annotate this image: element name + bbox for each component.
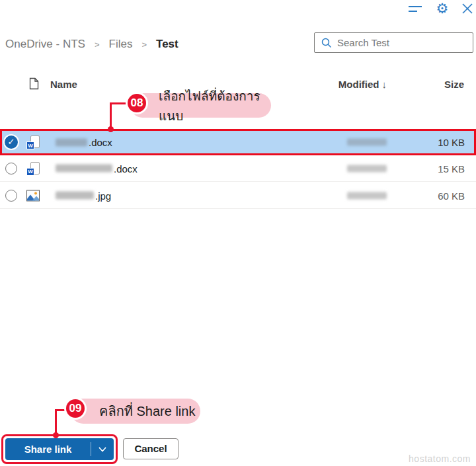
annotation-09-number: 09 <box>64 397 87 420</box>
file-name: .docx <box>56 163 138 174</box>
share-link-label: Share link <box>5 444 91 455</box>
redacted-modified-date <box>347 139 387 146</box>
watermark: hostatom.com <box>397 453 471 464</box>
breadcrumb: OneDrive - NTS > Files > Test <box>5 38 178 51</box>
view-options-icon[interactable] <box>409 5 423 14</box>
annotation-09-connector <box>55 409 57 435</box>
file-extension: .docx <box>89 137 112 148</box>
chevron-down-icon[interactable] <box>91 447 114 452</box>
cancel-button[interactable]: Cancel <box>123 438 178 459</box>
redacted-file-name <box>56 192 94 200</box>
annotation-09-label: คลิกที่ Share link <box>71 399 200 424</box>
annotation-08-dot <box>108 126 114 132</box>
annotation-08-label: เลือกไฟล์ที่ต้องการแนบ <box>130 93 271 118</box>
column-header-size[interactable]: Size <box>410 77 464 93</box>
word-file-icon: W <box>26 136 40 149</box>
file-name: .docx <box>56 137 112 148</box>
breadcrumb-separator-icon: > <box>141 39 147 50</box>
settings-gear-icon[interactable]: ⚙ <box>434 0 451 17</box>
breadcrumb-separator-icon: > <box>95 39 100 50</box>
annotation-08-connector <box>110 102 112 129</box>
breadcrumb-item-onedrive[interactable]: OneDrive - NTS <box>5 38 85 51</box>
share-link-button[interactable]: Share link <box>5 438 114 460</box>
annotation-08-text: เลือกไฟล์ที่ต้องการแนบ <box>159 86 271 126</box>
annotation-09-text: คลิกที่ Share link <box>99 401 195 422</box>
table-row-selected-docx[interactable]: ✓ W .docx 10 KB <box>0 129 476 155</box>
file-name: .jpg <box>56 190 111 201</box>
table-row-docx[interactable]: W .docx 15 KB <box>0 155 476 182</box>
search-icon <box>321 38 332 48</box>
annotation-09-dot <box>53 432 59 438</box>
sort-descending-icon: ↓ <box>382 79 387 90</box>
word-file-icon: W <box>26 162 40 175</box>
redacted-file-name <box>56 138 87 146</box>
onedrive-file-picker: ⚙ OneDrive - NTS > Files > Test <box>0 0 476 466</box>
table-row-jpg[interactable]: .jpg 60 KB <box>0 182 476 209</box>
redacted-modified-date <box>347 165 387 172</box>
breadcrumb-item-current: Test <box>156 38 178 51</box>
file-size: 10 KB <box>395 137 465 148</box>
redacted-modified-date <box>347 192 387 199</box>
search-box <box>314 32 473 53</box>
file-extension: .docx <box>114 163 138 174</box>
close-icon[interactable] <box>461 3 473 15</box>
row-checkbox-unchecked[interactable] <box>5 163 17 175</box>
file-size: 15 KB <box>395 163 465 174</box>
annotation-08-number: 08 <box>126 92 148 114</box>
file-type-column-icon <box>29 77 39 92</box>
file-size: 60 KB <box>395 190 465 201</box>
column-header-modified[interactable]: Modified↓ <box>291 77 387 93</box>
breadcrumb-item-files[interactable]: Files <box>109 38 133 51</box>
row-checkbox-unchecked[interactable] <box>5 190 17 202</box>
column-header-name[interactable]: Name <box>50 77 77 93</box>
modified-label: Modified <box>338 79 379 90</box>
row-checkbox-checked[interactable]: ✓ <box>3 134 19 150</box>
redacted-file-name <box>56 165 112 173</box>
file-extension: .jpg <box>95 190 111 201</box>
image-file-icon <box>26 190 40 201</box>
search-input[interactable] <box>332 37 473 48</box>
